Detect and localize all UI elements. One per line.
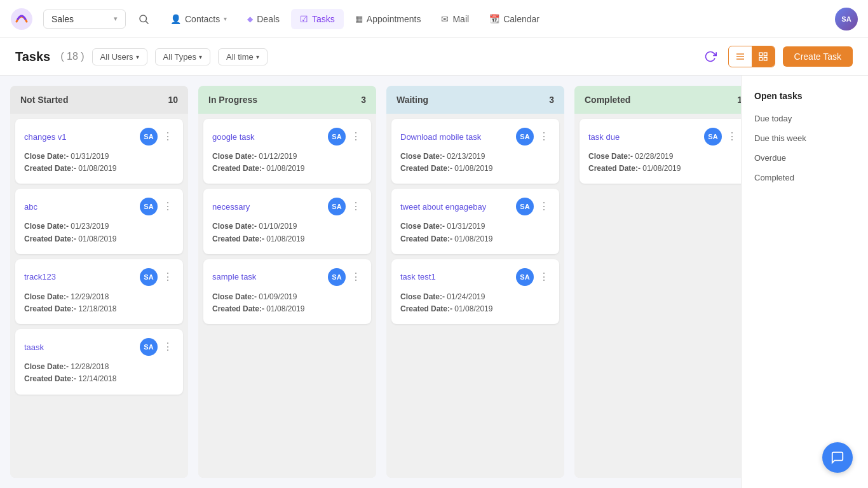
task-title[interactable]: taask [24, 342, 44, 352]
task-title[interactable]: changes v1 [24, 132, 67, 142]
task-title[interactable]: track123 [24, 272, 56, 281]
sidebar-item-due-today[interactable]: Due today [742, 109, 868, 128]
nav-mail-label: Mail [452, 14, 469, 24]
task-avatar: SA [516, 268, 534, 286]
sidebar-item-due-this-week[interactable]: Due this week [742, 128, 868, 148]
chat-button[interactable] [822, 442, 853, 473]
column-body-not-started: changes v1 SA ⋮ Close Date:- 01/31/2019 … [10, 114, 188, 478]
sidebar-due-week-label: Due this week [754, 133, 806, 143]
task-avatar: SA [328, 198, 346, 215]
app-logo[interactable] [10, 8, 33, 30]
calendar-icon: 📆 [489, 14, 499, 24]
task-more-button[interactable]: ⋮ [161, 272, 174, 282]
nav-appointments[interactable]: ▦ Appointments [346, 9, 430, 29]
column-waiting: Waiting 3 Download mobile task SA ⋮ Clos… [386, 86, 564, 478]
task-more-button[interactable]: ⋮ [349, 132, 362, 142]
task-meta: Close Date:- 02/13/2019 Created Date:- 0… [400, 151, 550, 175]
svg-rect-8 [759, 57, 763, 60]
task-meta: Close Date:- 12/28/2018 Created Date:- 1… [24, 361, 174, 385]
filter-types-button[interactable]: All Types ▾ [155, 48, 211, 65]
task-card: taask SA ⋮ Close Date:- 12/28/2018 Creat… [15, 329, 183, 394]
task-title[interactable]: Download mobile task [400, 132, 481, 142]
task-more-button[interactable]: ⋮ [161, 342, 174, 352]
board-view-button[interactable] [752, 46, 775, 67]
task-avatar: SA [140, 268, 158, 286]
column-header-in-progress: In Progress 3 [198, 86, 376, 114]
filter-types-chevron: ▾ [199, 53, 202, 60]
kanban-board: Not Started 10 changes v1 SA ⋮ Close Dat… [0, 76, 741, 488]
task-title[interactable]: tweet about engagebay [400, 202, 486, 212]
nav-mail[interactable]: ✉ Mail [432, 9, 478, 29]
task-card: track123 SA ⋮ Close Date:- 12/29/2018 Cr… [15, 259, 183, 324]
contacts-icon: 👤 [170, 14, 181, 24]
task-title[interactable]: google task [212, 132, 255, 142]
task-meta: Close Date:- 02/28/2019 Created Date:- 0… [588, 151, 738, 175]
task-more-button[interactable]: ⋮ [538, 201, 550, 212]
search-button[interactable] [133, 9, 154, 29]
task-meta: Close Date:- 01/31/2019 Created Date:- 0… [24, 151, 174, 175]
create-task-button[interactable]: Create Task [783, 46, 853, 67]
user-avatar[interactable]: SA [835, 8, 858, 30]
main-content: Not Started 10 changes v1 SA ⋮ Close Dat… [0, 76, 868, 488]
task-title[interactable]: task due [588, 132, 620, 142]
sidebar-item-overdue[interactable]: Overdue [742, 148, 868, 168]
task-avatar: SA [704, 128, 722, 146]
tasks-icon: ☑ [300, 14, 308, 24]
task-more-button[interactable]: ⋮ [161, 132, 174, 142]
task-card: google task SA ⋮ Close Date:- 01/12/2019… [203, 119, 371, 184]
task-more-button[interactable]: ⋮ [726, 132, 738, 142]
task-avatar: SA [328, 268, 346, 286]
task-title[interactable]: sample task [212, 272, 256, 281]
task-avatar: SA [516, 128, 534, 146]
task-more-button[interactable]: ⋮ [538, 272, 550, 282]
filter-users-button[interactable]: All Users ▾ [92, 48, 147, 65]
task-card: abc SA ⋮ Close Date:- 01/23/2019 Created… [15, 189, 183, 254]
nav-tasks[interactable]: ☑ Tasks [291, 9, 344, 29]
filter-users-label: All Users [100, 52, 133, 62]
filter-time-chevron: ▾ [256, 53, 259, 60]
task-more-button[interactable]: ⋮ [349, 201, 362, 212]
sidebar-overdue-label: Overdue [754, 153, 786, 163]
page: Tasks ( 18 ) All Users ▾ All Types ▾ All… [0, 38, 868, 488]
view-toggle [728, 46, 775, 67]
task-meta: Close Date:- 01/12/2019 Created Date:- 0… [212, 151, 362, 175]
page-title: Tasks [15, 50, 50, 64]
nav-calendar[interactable]: 📆 Calendar [480, 9, 548, 29]
nav-contacts[interactable]: 👤 Contacts ▾ [161, 9, 236, 29]
workspace-selector[interactable]: Sales ▾ [43, 10, 126, 29]
task-avatar: SA [140, 338, 158, 356]
deals-icon: ◆ [247, 15, 253, 24]
task-meta: Close Date:- 01/23/2019 Created Date:- 0… [24, 220, 174, 245]
svg-line-2 [146, 21, 148, 24]
column-label-not-started: Not Started [20, 95, 68, 105]
nav-tasks-label: Tasks [312, 14, 335, 24]
task-count: ( 18 ) [60, 51, 84, 62]
nav-contacts-label: Contacts [185, 14, 220, 24]
column-count-waiting: 3 [549, 95, 554, 105]
filter-types-label: All Types [163, 52, 197, 62]
column-not-started: Not Started 10 changes v1 SA ⋮ Close Dat… [10, 86, 188, 478]
task-meta: Close Date:- 01/09/2019 Created Date:- 0… [212, 291, 362, 315]
sidebar-item-completed[interactable]: Completed [742, 168, 868, 187]
task-more-button[interactable]: ⋮ [161, 201, 174, 212]
task-card: sample task SA ⋮ Close Date:- 01/09/2019… [203, 259, 371, 324]
task-avatar: SA [516, 198, 534, 215]
column-body-waiting: Download mobile task SA ⋮ Close Date:- 0… [386, 114, 564, 478]
nav-deals[interactable]: ◆ Deals [238, 9, 288, 29]
workspace-chevron: ▾ [114, 15, 118, 23]
column-label-waiting: Waiting [397, 95, 428, 105]
task-title[interactable]: abc [24, 202, 37, 212]
column-count-not-started: 10 [168, 95, 178, 105]
task-more-button[interactable]: ⋮ [538, 132, 550, 142]
task-title[interactable]: task test1 [400, 272, 436, 281]
nav-appointments-label: Appointments [367, 14, 421, 24]
list-view-button[interactable] [729, 46, 752, 67]
column-body-completed: task due SA ⋮ Close Date:- 02/28/2019 Cr… [574, 114, 741, 478]
refresh-button[interactable] [700, 46, 721, 67]
task-card: task due SA ⋮ Close Date:- 02/28/2019 Cr… [580, 119, 741, 184]
filter-time-button[interactable]: All time ▾ [218, 48, 268, 65]
task-title[interactable]: necessary [212, 202, 250, 212]
navbar: Sales ▾ 👤 Contacts ▾ ◆ Deals ☑ Tasks ▦ A… [0, 0, 868, 38]
task-more-button[interactable]: ⋮ [349, 272, 362, 282]
appointments-icon: ▦ [355, 14, 363, 24]
